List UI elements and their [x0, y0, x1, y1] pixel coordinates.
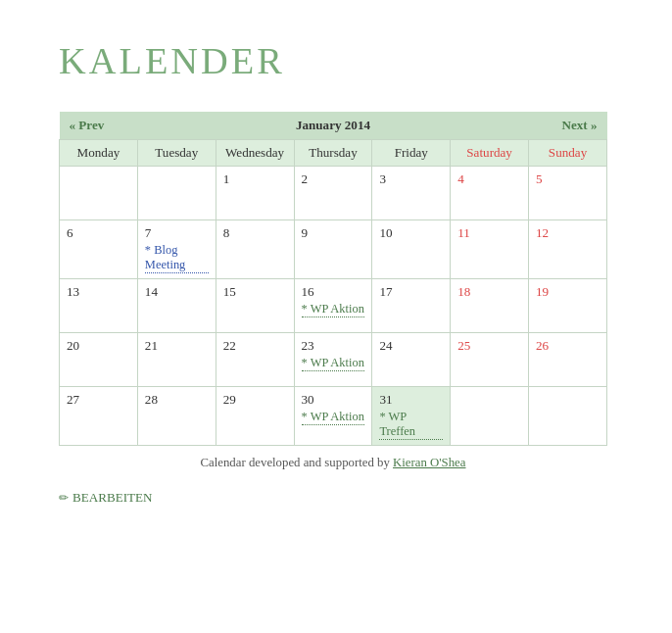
dow-friday: Friday — [372, 140, 451, 167]
day-number: 9 — [302, 225, 365, 241]
day-number: 31 — [379, 392, 443, 408]
day-number: 21 — [145, 338, 209, 354]
calendar-cell: 20 — [60, 333, 138, 387]
event-link[interactable]: * WP Aktion — [302, 410, 365, 425]
dow-wednesday: Wednesday — [216, 140, 294, 167]
calendar-cell: 16* WP Aktion — [294, 279, 372, 333]
calendar-cell: 27 — [60, 387, 138, 446]
calendar-week-5: 27282930* WP Aktion31* WP Treffen — [60, 387, 607, 446]
dow-monday: Monday — [60, 140, 138, 167]
day-of-week-row: Monday Tuesday Wednesday Thursday Friday… — [60, 140, 607, 167]
edit-button[interactable]: ✏ BEARBEITEN — [59, 490, 613, 506]
day-number: 26 — [536, 338, 600, 354]
calendar-week-4: 20212223* WP Aktion242526 — [60, 333, 607, 387]
calendar-cell: 13 — [60, 279, 138, 333]
calendar-cell: 11 — [451, 220, 529, 279]
page-title: KALENDER — [59, 39, 613, 82]
day-number: 7 — [145, 225, 209, 241]
calendar-cell — [60, 167, 138, 220]
calendar-week-2: 67* Blog Meeting89101112 — [60, 220, 607, 279]
day-number: 2 — [302, 171, 365, 187]
calendar-footer: Calendar developed and supported by Kier… — [59, 456, 607, 470]
calendar-table: « Prev January 2014 Next » Monday Tuesda… — [59, 112, 607, 446]
dow-thursday: Thursday — [294, 140, 372, 167]
day-number: 1 — [223, 171, 287, 187]
calendar-cell: 1 — [216, 167, 294, 220]
day-number: 3 — [379, 171, 443, 187]
calendar-body: 1234567* Blog Meeting8910111213141516* W… — [60, 167, 607, 446]
prev-button[interactable]: « Prev — [70, 118, 105, 132]
calendar-cell: 4 — [451, 167, 529, 220]
calendar-week-1: 12345 — [60, 167, 607, 220]
calendar-cell: 23* WP Aktion — [294, 333, 372, 387]
dow-saturday: Saturday — [451, 140, 529, 167]
day-number: 24 — [379, 338, 443, 354]
day-number: 23 — [302, 338, 365, 354]
calendar-cell: 26 — [529, 333, 607, 387]
nav-row: « Prev January 2014 Next » — [60, 112, 607, 140]
calendar-cell: 30* WP Aktion — [294, 387, 372, 446]
next-button[interactable]: Next » — [561, 118, 597, 132]
calendar-cell: 17 — [372, 279, 451, 333]
day-number: 20 — [67, 338, 130, 354]
day-number: 13 — [67, 284, 130, 300]
edit-section: ✏ BEARBEITEN — [59, 490, 613, 506]
calendar-cell: 12 — [529, 220, 607, 279]
footer-text: Calendar developed and supported by — [201, 456, 394, 469]
calendar-cell: 7* Blog Meeting — [137, 220, 216, 279]
dow-sunday: Sunday — [529, 140, 607, 167]
event-link[interactable]: * WP Treffen — [379, 410, 443, 440]
day-number: 6 — [67, 225, 130, 241]
day-number: 28 — [145, 392, 209, 408]
footer-link[interactable]: Kieran O'Shea — [393, 456, 465, 469]
day-number: 12 — [536, 225, 600, 241]
calendar-cell — [137, 167, 216, 220]
day-number: 19 — [536, 284, 600, 300]
calendar-cell: 3 — [372, 167, 451, 220]
calendar-cell: 2 — [294, 167, 372, 220]
calendar-cell: 29 — [216, 387, 294, 446]
day-number: 17 — [379, 284, 443, 300]
calendar-cell: 25 — [451, 333, 529, 387]
event-link[interactable]: * Blog Meeting — [145, 243, 209, 273]
calendar-cell: 28 — [137, 387, 216, 446]
calendar-cell: 8 — [216, 220, 294, 279]
day-number: 29 — [223, 392, 287, 408]
month-title: January 2014 — [216, 112, 451, 140]
calendar-cell: 10 — [372, 220, 451, 279]
day-number: 10 — [379, 225, 443, 241]
calendar-cell: 18 — [451, 279, 529, 333]
calendar-cell: 21 — [137, 333, 216, 387]
prev-nav-cell: « Prev — [60, 112, 216, 140]
edit-label: BEARBEITEN — [72, 490, 153, 506]
day-number: 8 — [223, 225, 287, 241]
calendar-cell: 5 — [529, 167, 607, 220]
next-nav-cell: Next » — [451, 112, 607, 140]
calendar-cell — [451, 387, 529, 446]
day-number: 22 — [223, 338, 287, 354]
calendar-cell: 15 — [216, 279, 294, 333]
calendar-cell: 6 — [60, 220, 138, 279]
calendar-cell: 31* WP Treffen — [372, 387, 451, 446]
calendar-cell: 22 — [216, 333, 294, 387]
calendar-week-3: 13141516* WP Aktion171819 — [60, 279, 607, 333]
calendar-cell: 24 — [372, 333, 451, 387]
day-number: 27 — [67, 392, 130, 408]
day-number: 16 — [302, 284, 365, 300]
event-link[interactable]: * WP Aktion — [302, 302, 365, 317]
day-number: 14 — [145, 284, 209, 300]
day-number: 11 — [457, 225, 521, 241]
pencil-icon: ✏ — [59, 491, 69, 506]
day-number: 5 — [536, 171, 600, 187]
day-number: 15 — [223, 284, 287, 300]
day-number: 25 — [457, 338, 521, 354]
dow-tuesday: Tuesday — [137, 140, 216, 167]
day-number: 4 — [457, 171, 521, 187]
calendar-cell: 9 — [294, 220, 372, 279]
calendar-cell: 14 — [137, 279, 216, 333]
calendar-container: « Prev January 2014 Next » Monday Tuesda… — [59, 112, 607, 470]
event-link[interactable]: * WP Aktion — [302, 356, 365, 371]
calendar-cell — [529, 387, 607, 446]
calendar-cell: 19 — [529, 279, 607, 333]
day-number: 30 — [302, 392, 365, 408]
